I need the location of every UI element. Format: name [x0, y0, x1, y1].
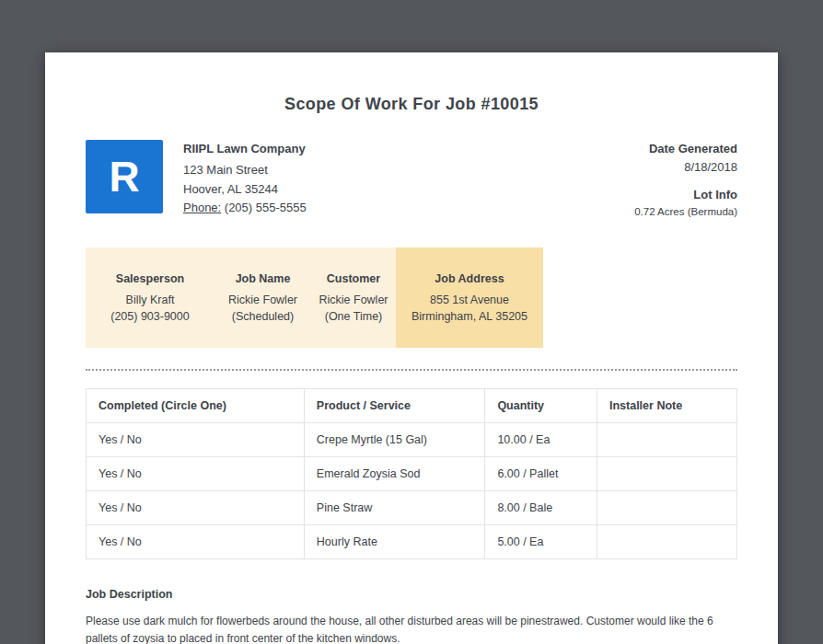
phone-number: (205) 555-5555	[221, 201, 307, 214]
job-info-bar: Salesperson Billy Kraft (205) 903-9000 J…	[86, 247, 543, 348]
salesperson-label: Salesperson	[91, 270, 209, 288]
job-address-label: Job Address	[401, 270, 538, 288]
document-meta: Date Generated 8/18/2018 Lot Info 0.72 A…	[634, 140, 737, 220]
date-generated-label: Date Generated	[634, 140, 737, 158]
cell-completed: Yes / No	[87, 423, 305, 457]
cell-installer-note	[597, 525, 736, 559]
cell-installer-note	[597, 457, 736, 491]
cell-quantity: 8.00 / Bale	[485, 491, 597, 525]
table-row: Yes / No Emerald Zoysia Sod 6.00 / Palle…	[87, 457, 737, 491]
salesperson-name: Billy Kraft	[91, 292, 209, 309]
job-description-paragraph: Please use dark mulch for flowerbeds aro…	[86, 613, 737, 644]
job-address-line2: Birmingham, AL 35205	[401, 308, 538, 326]
company-logo: R	[86, 140, 163, 213]
header-product-service: Product / Service	[304, 389, 485, 423]
cell-product: Hourly Rate	[304, 525, 485, 559]
header-installer-note: Installer Note	[597, 389, 736, 423]
cell-product: Crepe Myrtle (15 Gal)	[304, 423, 485, 457]
table-row: Yes / No Pine Straw 8.00 / Bale	[87, 491, 737, 525]
cell-installer-note	[597, 491, 736, 525]
lot-info-label: Lot Info	[634, 186, 737, 204]
cell-quantity: 6.00 / Pallet	[485, 457, 597, 491]
salesperson-phone: (205) 903-9000	[91, 308, 209, 326]
info-col-customer: Customer Rickie Fowler (One Time)	[311, 247, 396, 348]
job-address-line1: 855 1st Avenue	[401, 292, 538, 309]
info-col-job-address: Job Address 855 1st Avenue Birmingham, A…	[396, 247, 543, 348]
customer-type: (One Time)	[317, 308, 390, 326]
info-col-salesperson: Salesperson Billy Kraft (205) 903-9000	[86, 247, 214, 348]
cell-completed: Yes / No	[87, 525, 305, 559]
job-name-value: Rickie Fowler	[220, 292, 306, 309]
header-quantity: Quantity	[485, 389, 597, 423]
cell-product: Emerald Zoysia Sod	[304, 457, 485, 491]
header-completed: Completed (Circle One)	[87, 389, 305, 423]
company-address-line2: Hoover, AL 35244	[183, 180, 307, 200]
cell-quantity: 5.00 / Ea	[485, 525, 597, 559]
page-title: Scope Of Work For Job #10015	[86, 95, 737, 114]
table-row: Yes / No Crepe Myrtle (15 Gal) 10.00 / E…	[87, 423, 737, 457]
lot-info-value: 0.72 Acres (Bermuda)	[634, 204, 737, 220]
info-col-job-name: Job Name Rickie Fowler (Scheduled)	[214, 247, 311, 348]
cell-completed: Yes / No	[87, 457, 305, 491]
cell-completed: Yes / No	[87, 491, 305, 525]
job-description-heading: Job Description	[86, 588, 737, 601]
table-header-row: Completed (Circle One) Product / Service…	[87, 389, 737, 423]
company-address-line1: 123 Main Street	[183, 161, 307, 180]
job-name-label: Job Name	[220, 270, 306, 288]
phone-label: Phone:	[183, 201, 221, 214]
dotted-divider	[86, 369, 737, 371]
company-info: RIIPL Lawn Company 123 Main Street Hoove…	[183, 140, 307, 218]
cell-quantity: 10.00 / Ea	[485, 423, 597, 457]
company-phone: Phone: (205) 555-5555	[183, 199, 307, 218]
document-header: R RIIPL Lawn Company 123 Main Street Hoo…	[86, 140, 737, 220]
job-status: (Scheduled)	[220, 308, 306, 326]
document-page: Scope Of Work For Job #10015 R RIIPL Law…	[45, 52, 778, 644]
customer-label: Customer	[317, 270, 390, 288]
customer-name: Rickie Fowler	[317, 292, 390, 309]
date-generated-value: 8/18/2018	[634, 158, 737, 177]
work-items-table: Completed (Circle One) Product / Service…	[86, 388, 737, 559]
company-logo-letter: R	[109, 152, 139, 201]
cell-installer-note	[597, 423, 736, 457]
cell-product: Pine Straw	[304, 491, 485, 525]
table-row: Yes / No Hourly Rate 5.00 / Ea	[87, 525, 737, 559]
company-name: RIIPL Lawn Company	[183, 140, 307, 159]
